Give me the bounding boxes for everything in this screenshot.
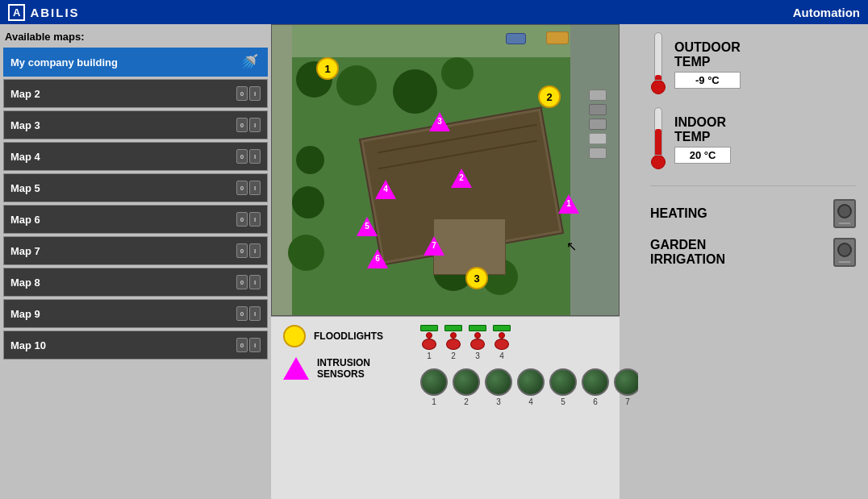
fl-bulb-4 — [495, 339, 509, 350]
sidebar-item-map-4[interactable]: Map 4 0 I — [3, 142, 268, 171]
toggle-1[interactable]: I — [249, 181, 261, 195]
toggle-1[interactable]: I — [249, 275, 261, 289]
outdoor-temp-info: OUTDOOR TEMP -9 °C — [674, 40, 741, 89]
legend-area: FLOODLIGHTS INTRUSION SENSORS — [283, 325, 408, 380]
logo-area: A ABILIS — [8, 4, 80, 21]
sidebar-item-map-10[interactable]: Map 10 0 I — [3, 331, 268, 360]
intrusion-marker-4[interactable]: 4 — [375, 180, 396, 199]
sensor-control-7[interactable]: 7 — [614, 368, 641, 406]
sidebar-item-map-2[interactable]: Map 2 0 I — [3, 79, 268, 108]
indoor-temp-section: INDOOR TEMP 20 °C — [650, 107, 856, 172]
aerial-map[interactable]: 1 2 3 1 2 3 4 — [271, 24, 620, 316]
irrigation-label-container: GARDEN IRRIGATION — [650, 238, 725, 267]
toggle-0[interactable]: 0 — [236, 306, 248, 321]
toggle-1[interactable]: I — [249, 306, 261, 321]
toggle-0[interactable]: 0 — [236, 243, 248, 258]
floodlight-legend-label: FLOODLIGHTS — [314, 331, 383, 342]
bottom-panel: FLOODLIGHTS INTRUSION SENSORS — [271, 316, 620, 499]
floodlight-control-4[interactable]: 4 — [493, 325, 511, 360]
intrusion-marker-7[interactable]: 7 — [424, 236, 444, 256]
toggle-0[interactable]: 0 — [236, 212, 248, 227]
intrusion-marker-1[interactable]: 1 — [558, 194, 579, 214]
fl-green-top-3 — [469, 325, 486, 331]
toggle-0[interactable]: 0 — [236, 118, 248, 132]
sensor-control-5[interactable]: 5 — [549, 368, 577, 406]
toggle-1[interactable]: I — [249, 212, 261, 227]
toggle-1[interactable]: I — [249, 86, 261, 101]
heating-toggle[interactable] — [833, 199, 856, 228]
sensor-ball-2 — [453, 368, 480, 396]
intrusion-marker-5[interactable]: 5 — [357, 217, 378, 236]
map-3-label: Map 3 — [10, 119, 40, 131]
sensor-control-6[interactable]: 6 — [582, 368, 609, 406]
outdoor-thermometer — [650, 32, 666, 97]
sidebar-item-map-9[interactable]: Map 9 0 I — [3, 299, 268, 328]
toggle-0[interactable]: 0 — [236, 338, 248, 352]
toggle-0[interactable]: 0 — [236, 149, 248, 164]
tree-5 — [292, 186, 324, 218]
toggle-1[interactable]: I — [249, 149, 261, 164]
sensor-control-3[interactable]: 3 — [485, 368, 512, 406]
toggle-1[interactable]: I — [249, 243, 261, 258]
floodlight-legend: FLOODLIGHTS — [283, 325, 408, 347]
irrigation-label-2: IRRIGATION — [650, 252, 725, 267]
floodlight-marker-1[interactable]: 1 — [316, 57, 339, 80]
fl-dots-1 — [426, 332, 432, 339]
toggle-1[interactable]: I — [249, 338, 261, 352]
tree-4 — [441, 57, 474, 89]
toggle-0[interactable]: 0 — [236, 86, 248, 101]
intrusion-marker-3[interactable]: 3 — [429, 112, 450, 131]
floodlight-marker-3[interactable]: 3 — [465, 267, 488, 289]
map-2-toggles: 0 I — [236, 86, 261, 101]
left-road — [272, 25, 292, 315]
car-1 — [589, 89, 607, 101]
map-5-label: Map 5 — [10, 182, 40, 194]
sensor-ball-4 — [517, 368, 545, 396]
header-title: Automation — [793, 6, 860, 19]
sensor-control-2[interactable]: 2 — [453, 368, 480, 406]
sensor-control-1[interactable]: 1 — [420, 368, 448, 406]
toggle-0[interactable]: 0 — [236, 275, 248, 289]
irrigation-toggle-line — [839, 261, 850, 263]
irrigation-toggle[interactable] — [833, 238, 856, 267]
indoor-therm-fill — [655, 129, 661, 155]
map-4-label: Map 4 — [10, 151, 40, 163]
fl-bulb-3 — [470, 339, 485, 350]
fl-red-dot-4 — [499, 332, 505, 339]
sidebar-item-map-3[interactable]: Map 3 0 I — [3, 110, 268, 139]
sensor-label-3: 3 — [496, 397, 501, 406]
outdoor-temp-line2: TEMP — [674, 55, 741, 69]
sensors-row: 1 2 3 4 5 — [420, 368, 641, 406]
fl-bulb-1 — [422, 339, 436, 350]
heating-toggle-line — [839, 222, 850, 224]
floodlight-control-1[interactable]: 1 — [420, 325, 438, 360]
indoor-temp-value: 20 °C — [674, 147, 731, 164]
sidebar-item-map-6[interactable]: Map 6 0 I — [3, 205, 268, 234]
intrusion-legend-icon — [283, 357, 309, 380]
logo-letter: A — [13, 6, 20, 19]
map-6-label: Map 6 — [10, 214, 40, 226]
map-2-label: Map 2 — [10, 88, 40, 100]
floodlight-control-2[interactable]: 2 — [444, 325, 462, 360]
irrigation-toggle-circle — [837, 243, 852, 257]
toggle-1[interactable]: I — [249, 118, 261, 132]
sidebar-item-map-1[interactable]: My company building 🚿 — [3, 48, 268, 77]
toggle-0[interactable]: 0 — [236, 181, 248, 195]
car-6 — [546, 31, 569, 44]
map-7-toggles: 0 I — [236, 243, 261, 258]
floodlight-control-3[interactable]: 3 — [469, 325, 486, 360]
fl-dots-3 — [474, 332, 481, 339]
sidebar-item-map-5[interactable]: Map 5 0 I — [3, 173, 268, 202]
sidebar-item-map-8[interactable]: Map 8 0 I — [3, 268, 268, 297]
fl-dots-4 — [499, 332, 505, 339]
indoor-temp-info: INDOOR TEMP 20 °C — [674, 115, 731, 164]
indoor-temp-line1: INDOOR — [674, 115, 731, 130]
intrusion-marker-6[interactable]: 6 — [367, 249, 388, 268]
sensor-ball-5 — [549, 368, 577, 396]
intrusion-marker-2[interactable]: 2 — [451, 168, 472, 188]
sidebar-item-map-7[interactable]: Map 7 0 I — [3, 236, 268, 265]
map-10-toggles: 0 I — [236, 338, 261, 352]
sensor-control-4[interactable]: 4 — [517, 368, 545, 406]
tree-2 — [336, 65, 377, 106]
floodlight-marker-2[interactable]: 2 — [538, 85, 561, 108]
